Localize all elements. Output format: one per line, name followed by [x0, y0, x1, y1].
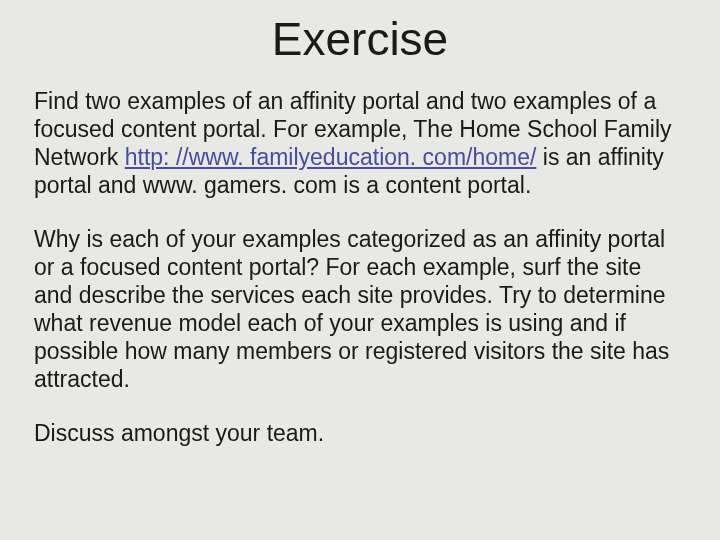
example-affinity-link[interactable]: http: //www. familyeducation. com/home/	[125, 144, 537, 170]
paragraph-3: Discuss amongst your team.	[34, 419, 686, 447]
slide-body: Find two examples of an affinity portal …	[34, 87, 686, 448]
paragraph-2: Why is each of your examples categorized…	[34, 225, 686, 393]
slide: Exercise Find two examples of an affinit…	[0, 0, 720, 540]
paragraph-1: Find two examples of an affinity portal …	[34, 87, 686, 199]
slide-title: Exercise	[34, 14, 686, 65]
